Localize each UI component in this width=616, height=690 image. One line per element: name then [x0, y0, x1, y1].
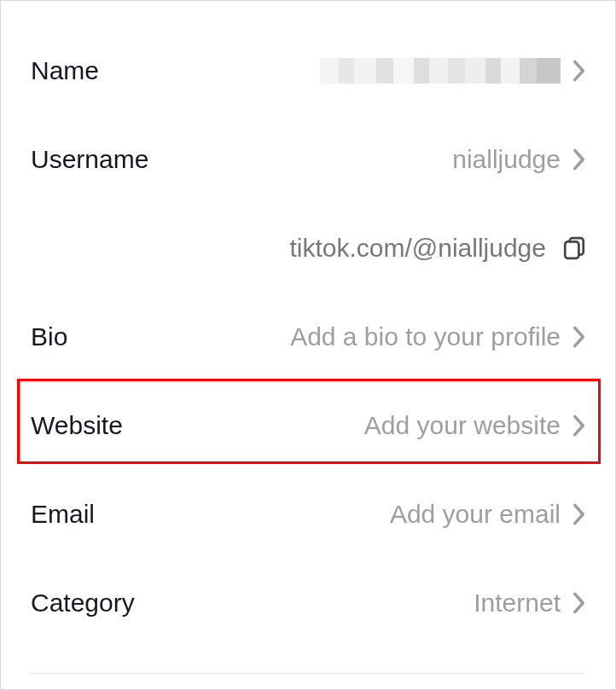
row-email[interactable]: Email Add your email: [31, 470, 585, 559]
email-label: Email: [31, 500, 95, 529]
category-label: Category: [31, 589, 135, 618]
copy-icon[interactable]: [563, 236, 585, 260]
bio-label: Bio: [31, 322, 67, 351]
name-label: Name: [31, 56, 99, 85]
email-value: Add your email: [390, 500, 561, 529]
row-bio[interactable]: Bio Add a bio to your profile: [31, 293, 585, 381]
chevron-right-icon: [572, 326, 585, 348]
chevron-right-icon: [572, 503, 585, 525]
row-username[interactable]: Username nialljudge: [31, 115, 585, 204]
svg-rect-0: [565, 241, 578, 258]
row-name[interactable]: Name: [31, 26, 585, 115]
chevron-right-icon: [572, 415, 585, 437]
bio-value: Add a bio to your profile: [290, 322, 561, 351]
row-category[interactable]: Category Internet: [31, 559, 585, 647]
section-divider: [31, 673, 585, 674]
chevron-right-icon: [572, 60, 585, 82]
category-value: Internet: [474, 589, 561, 618]
website-value: Add your website: [364, 411, 561, 440]
profile-url-text: tiktok.com/@nialljudge: [289, 234, 546, 263]
row-profile-url: tiktok.com/@nialljudge: [31, 204, 585, 293]
username-label: Username: [31, 145, 148, 174]
chevron-right-icon: [572, 148, 585, 171]
row-website[interactable]: Website Add your website: [31, 381, 585, 470]
name-value-redacted: [320, 58, 561, 84]
chevron-right-icon: [572, 592, 585, 614]
website-label: Website: [31, 411, 123, 440]
username-value: nialljudge: [452, 145, 561, 174]
